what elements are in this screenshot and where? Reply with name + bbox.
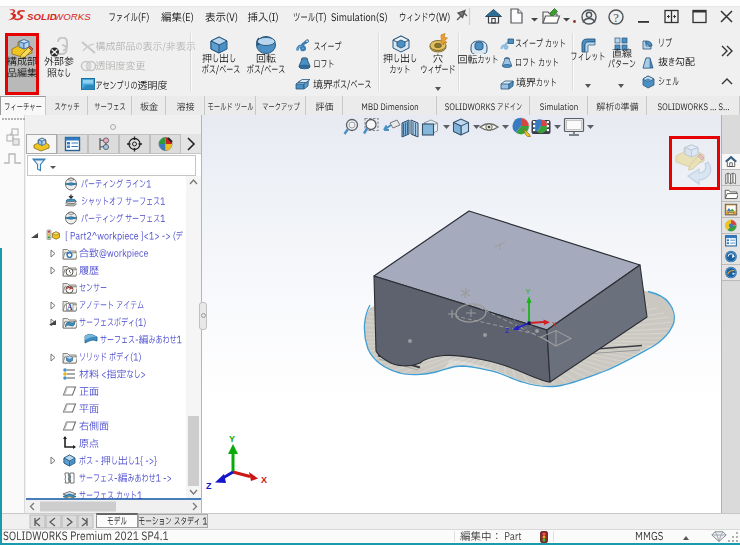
- svg-text:Z: Z: [505, 327, 510, 334]
- svg-text:Z: Z: [206, 481, 212, 491]
- svg-text:X: X: [552, 321, 557, 328]
- svg-text:X: X: [261, 475, 267, 485]
- svg-text:Y: Y: [229, 434, 235, 444]
- svg-text:Y: Y: [526, 288, 531, 295]
